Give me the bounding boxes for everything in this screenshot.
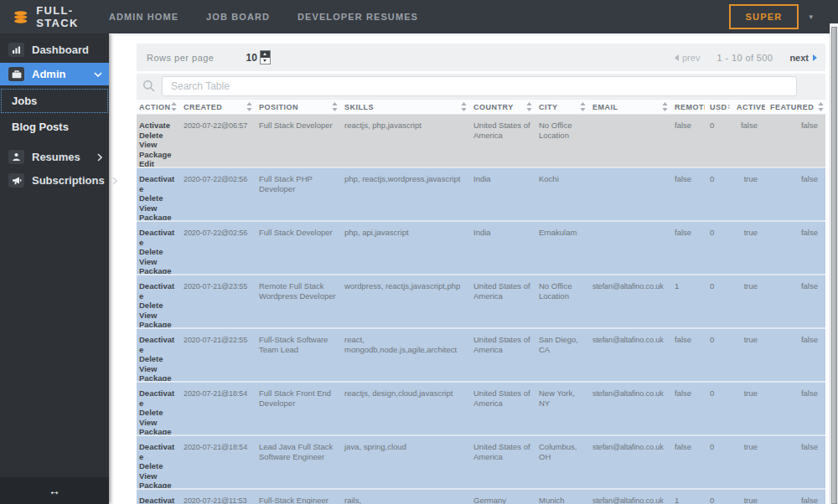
action-package[interactable]: Package — [139, 481, 175, 490]
sidebar-item-admin[interactable]: Admin — [0, 63, 109, 85]
scrollbar-thumb[interactable] — [831, 27, 837, 504]
sort-icon[interactable] — [246, 102, 252, 111]
cell-city: Ernakulam — [534, 222, 587, 275]
cell-skills: php, api,javascript — [339, 222, 468, 275]
table-row: DeactivateDeleteViewPackageEdit2020-07-2… — [137, 383, 825, 436]
cell-country: India — [468, 168, 534, 222]
brand[interactable]: FULL-STACK — [0, 4, 109, 29]
action-deactivate[interactable]: Deactivate — [139, 388, 175, 408]
rows-per-page-stepper[interactable] — [260, 50, 271, 64]
action-activate[interactable]: Activate — [139, 121, 175, 131]
prev-page-button[interactable]: prev — [675, 53, 700, 63]
sort-icon[interactable] — [332, 102, 338, 111]
action-view[interactable]: View — [139, 418, 175, 428]
action-delete[interactable]: Delete — [139, 354, 175, 364]
action-deactivate[interactable]: Deactivate — [139, 335, 175, 354]
cell-skills: php, reactjs,wordpress,javascript — [339, 168, 468, 222]
action-package[interactable]: Package — [139, 213, 175, 222]
action-delete[interactable]: Delete — [139, 193, 175, 203]
action-package[interactable]: Package — [139, 150, 175, 160]
action-view[interactable]: View — [139, 311, 175, 321]
action-delete[interactable]: Delete — [139, 247, 175, 257]
cell-created: 2020-07-21@11:53 — [178, 490, 254, 504]
action-deactivate[interactable]: Deactivate — [139, 228, 175, 247]
chevron-right-icon — [97, 153, 102, 162]
stepper-down-icon[interactable] — [261, 58, 270, 64]
user-menu-button[interactable]: SUPER — [729, 4, 799, 29]
cell-position: Remote Full Stack Wordpress Developer — [254, 275, 339, 329]
sidebar-item-blog-posts[interactable]: Blog Posts — [0, 114, 109, 140]
action-view[interactable]: View — [139, 364, 175, 374]
sidebar-item-resumes[interactable]: Resumes — [0, 146, 109, 168]
column-header-usd[interactable]: USD — [705, 100, 732, 114]
sort-icon[interactable] — [580, 102, 586, 111]
action-deactivate[interactable]: Deactivate — [139, 174, 175, 193]
column-label: CREATED — [184, 103, 222, 111]
next-arrow-icon — [813, 54, 817, 61]
stepper-up-icon[interactable] — [261, 51, 270, 58]
cell-active: false — [732, 115, 765, 168]
column-header-created[interactable]: CREATED — [178, 100, 254, 114]
column-header-email[interactable]: EMAIL — [587, 100, 670, 114]
action-delete[interactable]: Delete — [139, 301, 175, 311]
sidebar-item-dashboard[interactable]: Dashboard — [0, 39, 109, 61]
cell-email: stefan@altafino.co.uk — [587, 490, 670, 504]
rows-per-page-value[interactable]: 10 — [246, 52, 257, 64]
cell-usd: 0 — [705, 275, 732, 329]
cell-actions: DeactivateDeleteViewPackageEdit — [137, 490, 178, 504]
sort-icon[interactable] — [662, 102, 668, 111]
admin-submenu: Jobs Blog Posts — [0, 88, 109, 140]
action-view[interactable]: View — [139, 203, 175, 213]
nav-developer-resumes[interactable]: DEVELOPER RESUMES — [297, 12, 418, 22]
search-input[interactable] — [162, 76, 797, 96]
column-header-city[interactable]: CITY — [534, 100, 587, 114]
action-deactivate[interactable]: Deactivate — [139, 496, 175, 504]
sidebar-item-label: Dashboard — [32, 44, 89, 56]
action-delete[interactable]: Delete — [139, 131, 175, 141]
action-deactivate[interactable]: Deactivate — [139, 281, 175, 301]
action-delete[interactable]: Delete — [139, 408, 175, 418]
column-label: CITY — [539, 103, 558, 111]
caret-down-icon[interactable]: ▾ — [809, 13, 813, 21]
action-edit[interactable]: Edit — [139, 159, 175, 168]
action-view[interactable]: View — [139, 257, 175, 267]
column-header-featured[interactable]: FEATURED — [765, 100, 825, 114]
cell-featured: false — [765, 436, 825, 490]
column-header-action[interactable]: ACTION — [137, 100, 178, 114]
action-view[interactable]: View — [139, 140, 175, 150]
action-package[interactable]: Package — [139, 320, 175, 329]
action-view[interactable]: View — [139, 471, 175, 481]
nav-admin-home[interactable]: ADMIN HOME — [109, 12, 178, 22]
action-package[interactable]: Package — [139, 266, 175, 275]
action-delete[interactable]: Delete — [139, 461, 175, 471]
cell-position: Lead Java Full Stack Software Engineer — [254, 436, 339, 490]
sort-icon[interactable] — [818, 102, 824, 111]
column-header-skills[interactable]: SKILLS — [339, 100, 468, 114]
vertical-scrollbar[interactable] — [830, 23, 838, 504]
column-header-position[interactable]: POSITION — [254, 100, 339, 114]
column-header-country[interactable]: COUNTRY — [468, 100, 534, 114]
cell-country: Germany — [468, 490, 534, 504]
cell-usd: 0 — [705, 115, 732, 168]
sidebar-item-jobs[interactable]: Jobs — [0, 88, 109, 114]
next-page-button[interactable]: next — [789, 53, 817, 63]
table-body: ActivateDeleteViewPackageEdit2020-07-22@… — [137, 115, 825, 504]
action-package[interactable]: Package — [139, 373, 175, 383]
sort-icon[interactable] — [171, 102, 177, 111]
cell-active: true — [732, 329, 765, 383]
column-header-active[interactable]: ACTIVE — [732, 100, 765, 114]
column-label: ACTION — [139, 103, 171, 111]
action-package[interactable]: Package — [139, 427, 175, 436]
action-deactivate[interactable]: Deactivate — [139, 442, 175, 461]
sort-icon[interactable] — [461, 102, 467, 111]
pagination: prev 1 - 10 of 500 next — [675, 53, 817, 63]
sort-icon[interactable] — [526, 102, 532, 111]
cell-remote: 1 — [670, 275, 705, 329]
column-header-remote[interactable]: REMOTE — [670, 100, 705, 114]
sidebar-item-subscriptions[interactable]: Subscriptions — [0, 169, 109, 192]
sidebar-collapse-handle[interactable]: ↔ — [49, 484, 60, 497]
sidebar-item-label: Resumes — [32, 151, 80, 163]
cell-skills: wordpress, reactjs,javascript,php — [339, 275, 468, 329]
sort-icon[interactable] — [727, 102, 730, 111]
nav-job-board[interactable]: JOB BOARD — [206, 12, 270, 22]
